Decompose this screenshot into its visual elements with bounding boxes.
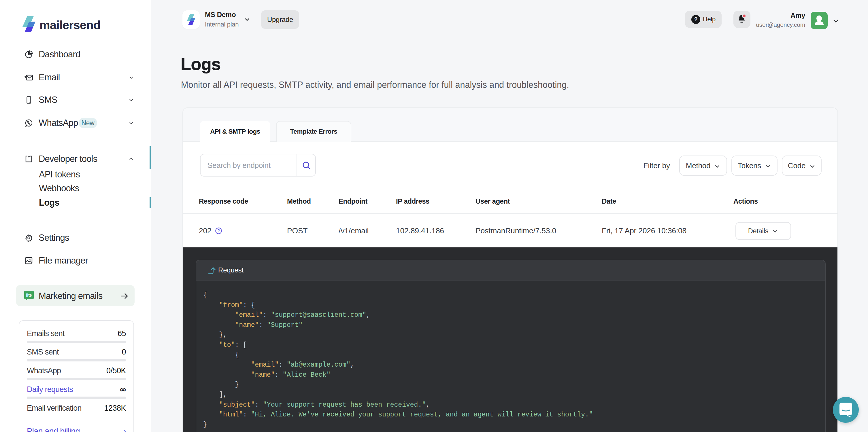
svg-text:lite: lite (26, 293, 32, 298)
svg-text:?: ? (217, 228, 220, 233)
